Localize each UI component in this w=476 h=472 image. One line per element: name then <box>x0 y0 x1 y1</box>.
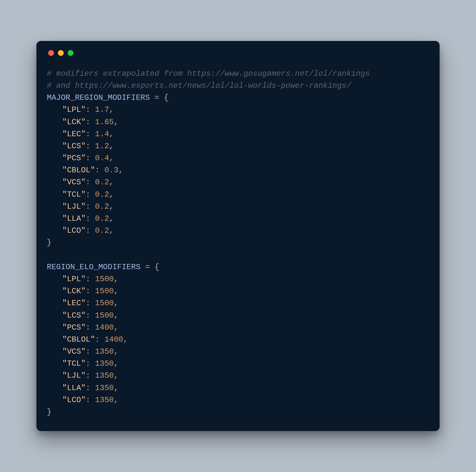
dict-entry: "VCS": 1350, <box>47 346 429 358</box>
dict-entry: "CBLOL": 0.3, <box>47 164 429 176</box>
close-brace-line: } <box>47 237 429 249</box>
dict-value: 1400 <box>104 335 123 344</box>
comma: , <box>114 347 118 356</box>
comma: , <box>114 275 118 283</box>
comma: , <box>109 105 114 114</box>
dict-key: "LPL" <box>62 105 86 114</box>
dict-value: 1.65 <box>95 118 114 126</box>
dict-entry: "VCS": 0.2, <box>47 176 429 188</box>
dict-key: "LCO" <box>62 226 86 235</box>
dict-entry: "TCL": 1350, <box>47 358 429 370</box>
dict-entry: "LPL": 1500, <box>47 273 429 285</box>
dict-key: "LJL" <box>62 371 86 380</box>
colon: : <box>86 105 95 114</box>
comma: , <box>114 118 118 126</box>
open-brace: { <box>164 93 168 102</box>
comma: , <box>109 178 114 187</box>
blank-line <box>47 249 429 261</box>
dict-entry: "LJL": 1350, <box>47 370 429 382</box>
dict-key: "PCS" <box>62 154 86 163</box>
comma: , <box>118 166 123 175</box>
colon: : <box>86 299 95 308</box>
comma: , <box>114 384 118 392</box>
colon: : <box>86 154 95 163</box>
dict-value: 1.4 <box>95 130 109 138</box>
dict-key: "LJL" <box>62 202 86 211</box>
dict-key: "LLA" <box>62 214 86 223</box>
colon: : <box>86 214 95 223</box>
comma: , <box>114 287 118 295</box>
colon: : <box>86 226 95 235</box>
dict-value: 1350 <box>95 347 114 356</box>
dict-entry: "PCS": 0.4, <box>47 152 429 164</box>
comma: , <box>109 130 114 138</box>
dict-value: 1500 <box>95 299 114 308</box>
comma: , <box>109 154 114 163</box>
dict-entry: "LCS": 1.2, <box>47 140 429 152</box>
dict-entry: "LLA": 1350, <box>47 382 429 394</box>
colon: : <box>86 396 95 404</box>
open-brace: { <box>154 263 159 271</box>
dict-entry: "LCS": 1500, <box>47 309 429 321</box>
code-area: # modifiers extrapolated from https://ww… <box>47 68 429 418</box>
minimize-icon[interactable] <box>58 50 64 56</box>
colon: : <box>86 311 95 320</box>
colon: : <box>86 118 95 126</box>
dict-key: "LEC" <box>62 299 86 308</box>
colon: : <box>86 371 95 380</box>
maximize-icon[interactable] <box>68 50 73 56</box>
comma: , <box>123 335 128 344</box>
colon: : <box>86 347 95 356</box>
titlebar <box>47 50 429 56</box>
colon: : <box>86 359 95 368</box>
dict-key: "LPL" <box>62 275 86 283</box>
colon: : <box>86 384 95 392</box>
dict-entry: "TCL": 0.2, <box>47 189 429 201</box>
dict-value: 1350 <box>95 396 114 404</box>
colon: : <box>86 287 95 295</box>
dict-declaration: REGION_ELO_MODIFIERS = { <box>47 261 429 273</box>
dict-key: "LCS" <box>62 311 86 320</box>
comma: , <box>109 190 114 199</box>
dict-entry: "LEC": 1.4, <box>47 128 429 140</box>
comma: , <box>109 214 114 223</box>
dict-entry: "LJL": 0.2, <box>47 201 429 213</box>
comment-text: # modifiers extrapolated from https://ww… <box>47 69 370 78</box>
dict-value: 0.4 <box>95 154 109 163</box>
dict-entry: "LCK": 1.65, <box>47 116 429 128</box>
dict-key: "LCO" <box>62 396 86 404</box>
dict-key: "TCL" <box>62 359 86 368</box>
dict-entry: "PCS": 1400, <box>47 321 429 334</box>
comma: , <box>114 299 118 308</box>
dict-key: "PCS" <box>62 323 86 332</box>
comma: , <box>109 226 114 235</box>
dict-declaration: MAJOR_REGION_MODIFIERS = { <box>47 92 429 104</box>
colon: : <box>86 202 95 211</box>
dict-value: 0.2 <box>95 190 109 199</box>
close-brace: } <box>47 408 51 416</box>
colon: : <box>95 166 104 175</box>
assign-operator: = <box>140 263 154 271</box>
close-icon[interactable] <box>48 50 54 56</box>
code-window: # modifiers extrapolated from https://ww… <box>36 41 440 431</box>
dict-value: 1.2 <box>95 142 109 151</box>
colon: : <box>86 130 95 138</box>
assign-operator: = <box>150 93 164 102</box>
comma: , <box>114 311 118 320</box>
dict-entry: "LLA": 0.2, <box>47 213 429 225</box>
colon: : <box>86 323 95 332</box>
dict-value: 1350 <box>95 384 114 392</box>
dict-entry: "LPL": 1.7, <box>47 104 429 116</box>
dict-key: "LCS" <box>62 142 86 151</box>
comma: , <box>114 359 118 368</box>
dict-key: "LLA" <box>62 384 86 392</box>
dict-value: 0.2 <box>95 226 109 235</box>
close-brace: } <box>47 238 51 247</box>
colon: : <box>86 178 95 187</box>
dict-value: 0.2 <box>95 178 109 187</box>
dict-value: 0.3 <box>104 166 118 175</box>
dict-value: 1500 <box>95 311 114 320</box>
dict-key: "CBLOL" <box>62 166 95 175</box>
dict-entry: "CBLOL": 1400, <box>47 334 429 346</box>
dict-value: 1400 <box>95 323 114 332</box>
